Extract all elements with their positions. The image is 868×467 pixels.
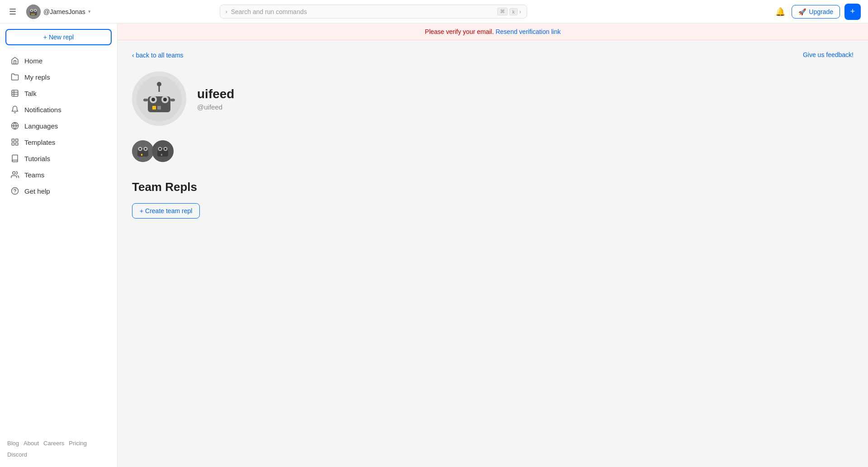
footer-pricing-link[interactable]: Pricing bbox=[69, 440, 87, 447]
cmd-key: ⌘ bbox=[497, 8, 508, 15]
back-to-all-teams-link[interactable]: ‹ back to all teams bbox=[132, 52, 184, 59]
new-repl-label: + New repl bbox=[43, 33, 74, 41]
teams-label: Teams bbox=[24, 171, 44, 179]
chevron-icon: › bbox=[519, 9, 521, 15]
avatar bbox=[26, 5, 41, 19]
menu-button[interactable]: ☰ bbox=[7, 5, 18, 19]
svg-point-18 bbox=[13, 172, 15, 174]
svg-rect-16 bbox=[16, 143, 18, 145]
member-avatar-2 bbox=[152, 140, 174, 162]
give-feedback-link[interactable]: Give us feedback! bbox=[803, 51, 854, 58]
topbar-right: 🔔 🚀 Upgrade + bbox=[774, 4, 861, 20]
notifications-label: Notifications bbox=[24, 106, 61, 114]
sidebar-item-teams[interactable]: Teams bbox=[3, 167, 114, 182]
my-repls-icon bbox=[10, 73, 20, 81]
svg-rect-14 bbox=[12, 139, 14, 141]
notifications-icon bbox=[10, 105, 20, 114]
svg-rect-32 bbox=[170, 99, 175, 101]
teams-icon bbox=[10, 171, 20, 179]
plus-icon: + bbox=[850, 7, 855, 16]
svg-point-25 bbox=[151, 98, 155, 101]
search-area: › Search and run commands ⌘ k › bbox=[220, 5, 527, 19]
page-content: ‹ back to all teams Give us feedback! bbox=[118, 40, 868, 467]
svg-point-45 bbox=[165, 148, 166, 150]
member-avatar-1 bbox=[132, 140, 154, 162]
get-help-icon bbox=[10, 187, 20, 195]
notifications-bell-button[interactable]: 🔔 bbox=[774, 5, 787, 19]
team-info: uifeed @uifeed bbox=[197, 87, 234, 111]
languages-icon bbox=[10, 122, 20, 130]
chevron-down-icon: ▾ bbox=[88, 9, 91, 14]
footer-blog-link[interactable]: Blog bbox=[7, 440, 19, 447]
k-key: k bbox=[509, 8, 518, 15]
svg-point-37 bbox=[139, 148, 141, 150]
sidebar-item-templates[interactable]: Templates bbox=[3, 134, 114, 150]
footer-discord-link[interactable]: Discord bbox=[7, 451, 27, 458]
search-keyboard-shortcut: ⌘ k › bbox=[497, 8, 521, 15]
upgrade-button[interactable]: 🚀 Upgrade bbox=[792, 5, 840, 19]
user-menu-button[interactable]: @JamesJonas ▾ bbox=[24, 3, 94, 21]
team-handle: @uifeed bbox=[197, 103, 234, 111]
sidebar-item-talk[interactable]: Talk bbox=[3, 86, 114, 101]
svg-rect-31 bbox=[143, 99, 148, 101]
templates-label: Templates bbox=[24, 138, 55, 146]
home-icon bbox=[10, 57, 20, 65]
sidebar-item-languages[interactable]: Languages bbox=[3, 118, 114, 133]
svg-rect-8 bbox=[12, 90, 18, 96]
sidebar-item-tutorials[interactable]: Tutorials bbox=[3, 151, 114, 166]
my-repls-label: My repls bbox=[24, 73, 50, 81]
sidebar-item-my-repls[interactable]: My repls bbox=[3, 69, 114, 85]
search-placeholder-text: Search and run commands bbox=[231, 8, 494, 15]
templates-icon bbox=[10, 138, 20, 146]
sidebar-item-get-help[interactable]: Get help bbox=[3, 183, 114, 199]
main-layout: + New repl Home My repls bbox=[0, 24, 868, 467]
svg-rect-7 bbox=[33, 14, 34, 15]
team-repls-heading: Team Repls bbox=[132, 180, 854, 194]
sidebar-item-home[interactable]: Home bbox=[3, 53, 114, 68]
svg-point-44 bbox=[159, 148, 161, 150]
sidebar-item-notifications[interactable]: Notifications bbox=[3, 102, 114, 117]
svg-point-26 bbox=[163, 98, 167, 101]
footer-about-link[interactable]: About bbox=[24, 440, 39, 447]
create-team-repl-button[interactable]: + Create team repl bbox=[132, 203, 200, 219]
home-label: Home bbox=[24, 57, 42, 65]
svg-rect-27 bbox=[152, 106, 156, 110]
svg-rect-28 bbox=[157, 106, 161, 110]
footer-careers-link[interactable]: Careers bbox=[43, 440, 64, 447]
user-name-label: @JamesJonas bbox=[43, 8, 85, 15]
verify-email-text: Please verify your email. bbox=[425, 28, 494, 35]
team-profile: uifeed @uifeed bbox=[132, 71, 854, 126]
menu-icon: ☰ bbox=[9, 7, 16, 17]
create-team-repl-label: + Create team repl bbox=[140, 207, 192, 214]
content-area: Please verify your email. Resend verific… bbox=[118, 24, 868, 467]
svg-point-5 bbox=[35, 10, 36, 11]
team-name: uifeed bbox=[197, 87, 234, 101]
resend-verification-link[interactable]: Resend verification link bbox=[495, 28, 561, 35]
search-box[interactable]: › Search and run commands ⌘ k › bbox=[220, 5, 527, 19]
svg-rect-6 bbox=[32, 14, 33, 15]
search-chevron-icon: › bbox=[226, 9, 227, 15]
tutorials-icon bbox=[10, 154, 20, 162]
talk-label: Talk bbox=[24, 90, 37, 97]
members-row bbox=[132, 140, 854, 162]
svg-rect-46 bbox=[161, 154, 162, 156]
email-verification-banner: Please verify your email. Resend verific… bbox=[118, 24, 868, 40]
languages-label: Languages bbox=[24, 122, 58, 130]
upgrade-rocket-icon: 🚀 bbox=[798, 8, 806, 15]
svg-point-38 bbox=[145, 148, 146, 150]
svg-rect-39 bbox=[141, 154, 142, 156]
talk-icon bbox=[10, 89, 20, 97]
new-item-button[interactable]: + bbox=[844, 4, 861, 20]
sidebar: + New repl Home My repls bbox=[0, 24, 118, 467]
tutorials-label: Tutorials bbox=[24, 155, 50, 162]
upgrade-label: Upgrade bbox=[809, 8, 833, 15]
svg-rect-15 bbox=[16, 139, 18, 141]
team-repls-section: Team Repls + Create team repl bbox=[132, 180, 854, 219]
sidebar-footer: Blog About Careers Pricing Discord bbox=[0, 436, 117, 462]
bell-icon: 🔔 bbox=[775, 7, 785, 17]
svg-point-30 bbox=[157, 82, 161, 86]
topbar: ☰ @JamesJonas ▾ › Search and run command… bbox=[0, 0, 868, 24]
new-repl-button[interactable]: + New repl bbox=[5, 29, 112, 45]
svg-rect-17 bbox=[12, 143, 14, 145]
svg-point-4 bbox=[31, 10, 33, 11]
